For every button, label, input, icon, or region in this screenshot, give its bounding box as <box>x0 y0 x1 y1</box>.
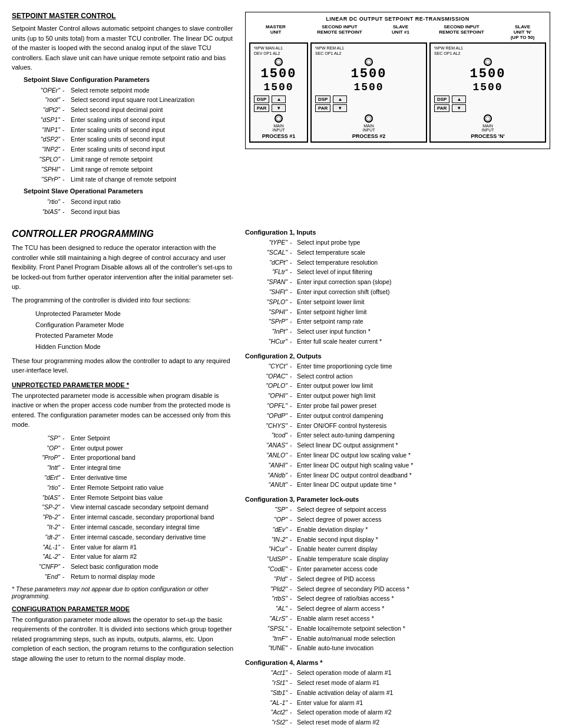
display-num1-slaveN: 1500 <box>470 67 506 81</box>
param-item: "AL-1"-Enter value for alarm #1 <box>29 542 236 552</box>
param-item: "SPrP"-Enter setpoint ramp rate <box>254 317 550 327</box>
param-item: "End"-Return to normal display mode <box>29 572 236 582</box>
down-btn[interactable]: ▼ <box>272 104 286 112</box>
param-item: "trnF"-Enable auto/manual mode selection <box>254 634 550 644</box>
param-item: "SPHI"-Limit range of remote setpoint <box>29 164 236 174</box>
param-item: "OP"-Select degree of power access <box>254 515 550 525</box>
config3-params: "SP"-Select degree of setpoint access "O… <box>254 505 550 653</box>
param-item: "SPAN"-Enter input correction span (slop… <box>254 277 550 287</box>
par-btn[interactable]: PAR <box>254 104 269 112</box>
display-slaveN: %PW REM AL1 SEC OP1 AL2 ◯ 1500 1500 DSP <box>429 42 546 143</box>
param-item: "SP"-Select degree of setpoint access <box>254 505 550 515</box>
indicators-slaveN: %PW REM AL1 <box>434 46 541 50</box>
unit-label-second-input-1: SECOND INPUTREMOTE SETPOINT <box>305 24 375 40</box>
param-item: "Stb1"-Enable activation delay of alarm … <box>254 688 550 698</box>
param-item: "rtio"-Second input ratio <box>29 197 236 207</box>
diagram-title: LINEAR DC OUTPUT SETPOINT RE-TRANSMISSIO… <box>249 16 546 22</box>
param-item: "OP"-Enter output power <box>29 443 236 453</box>
dsp-btn[interactable]: DSP <box>254 95 269 103</box>
display-master: %PW MAN AL1 DEV OP1 AL2 ◯ 1500 1500 <box>249 42 308 143</box>
config2-title: Configuration 2, Outputs <box>245 353 550 360</box>
param-item: "rSt1"-Select reset mode of alarm #1 <box>254 678 550 688</box>
param-item: "SPLO"-Limit range of remote setpoint <box>29 154 236 164</box>
unit-label-master: MASTERUNIT <box>249 24 302 40</box>
up-btn-s1[interactable]: ▲ <box>333 95 347 103</box>
diagram-unit-labels: MASTERUNIT SECOND INPUTREMOTE SETPOINT S… <box>249 24 546 40</box>
circle-bottom-sN: ◯ <box>484 114 492 123</box>
main-left: CONTROLLER PROGRAMMING The TCU has been … <box>12 229 236 728</box>
unprotected-title: UNPROTECTED PARAMETER MODE * <box>12 381 236 388</box>
param-item: "SHFt"-Enter input correction shift (off… <box>254 287 550 297</box>
unprotected-body: The unprotected parameter mode is access… <box>12 391 236 430</box>
param-item: "SP"-Enter Setpoint <box>29 433 236 443</box>
par-btn-sN[interactable]: PAR <box>434 104 449 112</box>
up-btn-sN[interactable]: ▲ <box>452 95 466 103</box>
indicators-master2: DEV OP1 AL2 <box>254 51 303 55</box>
param-item: "tcod"-Enter select auto-tuning dampenin… <box>254 430 550 440</box>
param-item: "CodE"-Enter parameter access code <box>254 564 550 574</box>
display-num2-master: 1500 <box>263 81 293 93</box>
down-btn-s1[interactable]: ▼ <box>333 104 347 112</box>
param-item: "bIAS"-Enter Remote Setpoint bias value <box>29 493 236 503</box>
config4-title: Configuration 4, Alarms * <box>245 659 550 666</box>
indicators-master: %PW MAN AL1 <box>254 46 303 50</box>
circle-icon-top-s1: ◯ <box>365 58 373 66</box>
param-item: "dCPt"-Select temperature resolution <box>254 258 550 268</box>
circle-bottom-master: ◯ <box>275 114 283 123</box>
display-num2-slave1: 1500 <box>353 81 384 93</box>
param-item: "Intt"-Enter integral time <box>29 463 236 473</box>
top-section: SETPOINT MASTER CONTROL Setpoint Master … <box>12 12 550 217</box>
process-label-sN: PROCESS 'N' <box>471 133 504 139</box>
diagram-col: LINEAR DC OUTPUT SETPOINT RE-TRANSMISSIO… <box>245 12 550 217</box>
config1-params: "tYPE"-Select input probe type "SCAL"-Se… <box>254 238 550 347</box>
param-item: "OPLO"-Enter output power low limit <box>254 381 550 391</box>
buttons-master: DSP ▲ PAR ▼ <box>254 95 303 112</box>
config3: Configuration 3, Parameter lock-outs "SP… <box>245 496 550 653</box>
up-btn[interactable]: ▲ <box>272 95 286 103</box>
param-item: "AL-1"-Enter value for alarm #1 <box>254 698 550 708</box>
param-item: "dt-2"-Enter internal cascade, secondary… <box>29 532 236 542</box>
dsp-btn-s1[interactable]: DSP <box>315 95 330 103</box>
config1: Configuration 1, Inputs "tYPE"-Select in… <box>245 229 550 347</box>
buttons-slave1: DSP ▲ PAR ▼ <box>315 95 422 112</box>
param-item: "dErt"-Enter derivative time <box>29 473 236 483</box>
config2: Configuration 2, Outputs "CYCt"-Enter ti… <box>245 353 550 490</box>
param-item: "Pb-2"-Enter internal cascade, secondary… <box>29 512 236 522</box>
param-item: "CHYS"-Enter ON/OFF control hysteresis <box>254 421 550 431</box>
cp-body1: The TCU has been designed to reduce the … <box>12 243 236 292</box>
setpoint-master-col: SETPOINT MASTER CONTROL Setpoint Master … <box>12 12 236 217</box>
param-item: "SP-2"-View internal cascade secondary s… <box>29 502 236 512</box>
display-num1-slave1: 1500 <box>351 67 387 81</box>
mode-item: Protected Parameter Mode <box>35 330 236 341</box>
config-param-title: CONFIGURATION PARAMETER MODE <box>12 605 236 612</box>
par-btn-s1[interactable]: PAR <box>315 104 330 112</box>
slave-op-title: Setpoint Slave Operational Parameters <box>24 187 236 195</box>
diagram-displays: %PW MAN AL1 DEV OP1 AL2 ◯ 1500 1500 <box>249 42 546 143</box>
diagram: LINEAR DC OUTPUT SETPOINT RE-TRANSMISSIO… <box>245 12 550 149</box>
unit-label-second-input-2: SECOND INPUTREMOTE SETPOINT <box>427 24 497 40</box>
param-item: "SPLO"-Enter setpoint lower limit <box>254 297 550 307</box>
param-item: "OPHI"-Enter output power high limit <box>254 391 550 401</box>
param-item: "OPdP"-Enter output control dampening <box>254 411 550 421</box>
param-item: "FLtr"-Select level of input filtering <box>254 267 550 277</box>
param-item: "ProP"-Enter proportional band <box>29 453 236 463</box>
param-item: "SPHI"-Enter setpoint higher limit <box>254 307 550 317</box>
param-item: "It-2"-Enter internal cascade, secondary… <box>29 522 236 532</box>
buttons-slaveN: DSP ▲ PAR ▼ <box>434 95 541 112</box>
indicators-slaveNb: SEC OP1 AL2 <box>434 51 541 55</box>
circle-icon-top: ◯ <box>275 58 283 66</box>
setpoint-master-body: Setpoint Master Control allows automatic… <box>12 24 236 73</box>
cp-body2: The programming of the controller is div… <box>12 295 236 305</box>
dsp-btn-sN[interactable]: DSP <box>434 95 449 103</box>
circle-bottom-s1: ◯ <box>365 114 373 123</box>
display-num1-master: 1500 <box>261 67 297 81</box>
slave-config-title: Setpoint Slave Configuration Parameters <box>24 76 236 83</box>
page-container: SETPOINT MASTER CONTROL Setpoint Master … <box>12 12 550 728</box>
config-param-body: The configuration parameter mode allows … <box>12 615 236 664</box>
down-btn-sN[interactable]: ▼ <box>452 104 466 112</box>
mode-item: Hidden Function Mode <box>35 341 236 353</box>
param-item: "OPEr"-Select remote setpoint mode <box>29 85 236 95</box>
display-num2-slaveN: 1500 <box>472 81 503 93</box>
param-item: "INP2"-Enter scaling units of second inp… <box>29 144 236 154</box>
param-item: "CYCt"-Enter time proportioning cycle ti… <box>254 361 550 371</box>
